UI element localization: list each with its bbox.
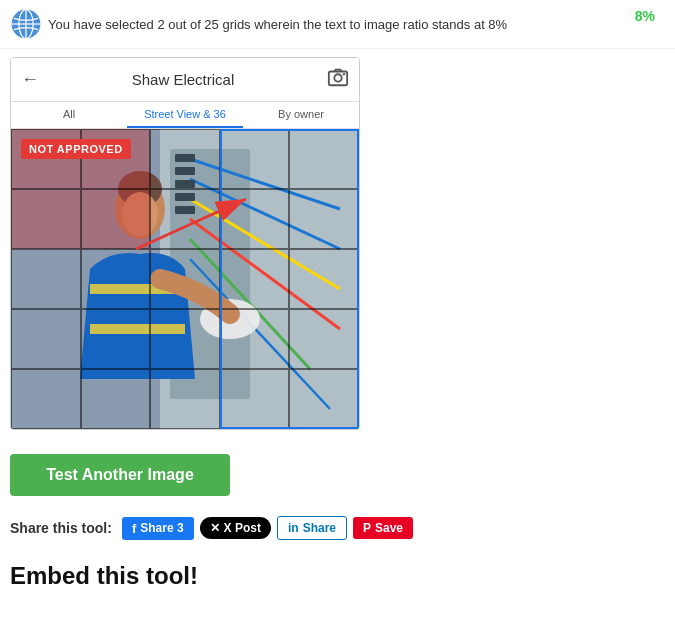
test-another-image-button[interactable]: Test Another Image — [10, 454, 230, 496]
svg-rect-20 — [175, 206, 195, 214]
facebook-share-label: Share 3 — [140, 521, 183, 535]
linkedin-share-button[interactable]: in Share — [277, 516, 347, 540]
svg-point-23 — [122, 192, 158, 236]
globe-icon — [10, 8, 42, 40]
svg-rect-19 — [175, 193, 195, 201]
pinterest-save-button[interactable]: P Save — [353, 517, 413, 539]
linkedin-share-label: Share — [303, 521, 336, 535]
test-button-container: Test Another Image — [0, 438, 675, 512]
phone-mockup: ← Shaw Electrical All Street View & 36 B… — [10, 57, 360, 430]
top-bar: You have selected 2 out of 25 grids wher… — [0, 0, 675, 49]
embed-title: Embed this tool! — [10, 562, 665, 590]
embed-section: Embed this tool! — [0, 552, 675, 600]
phone-header: ← Shaw Electrical — [11, 58, 359, 102]
worker-image: NOT APPROVED — [11, 129, 359, 429]
image-area: NOT APPROVED — [11, 129, 359, 429]
svg-point-5 — [334, 74, 341, 81]
tab-all[interactable]: All — [11, 102, 127, 128]
percentage-badge: 8% — [635, 8, 655, 24]
x-icon: ✕ — [210, 521, 220, 535]
camera-icon[interactable] — [327, 66, 349, 93]
phone-title: Shaw Electrical — [132, 71, 235, 88]
pinterest-icon: P — [363, 521, 371, 535]
phone-tabs: All Street View & 36 By owner — [11, 102, 359, 129]
back-button[interactable]: ← — [21, 69, 39, 90]
svg-rect-16 — [175, 154, 195, 162]
svg-rect-18 — [175, 180, 195, 188]
twitter-share-label: X Post — [224, 521, 261, 535]
share-label: Share this tool: — [10, 520, 112, 536]
facebook-share-button[interactable]: f Share 3 — [122, 517, 194, 540]
top-bar-message: You have selected 2 out of 25 grids wher… — [48, 17, 507, 32]
tab-by-owner[interactable]: By owner — [243, 102, 359, 128]
svg-rect-6 — [343, 73, 346, 75]
twitter-share-button[interactable]: ✕ X Post — [200, 517, 271, 539]
facebook-icon: f — [132, 521, 136, 536]
not-approved-badge: NOT APPROVED — [21, 139, 131, 159]
svg-rect-17 — [175, 167, 195, 175]
worker-svg — [11, 129, 359, 429]
share-section: Share this tool: f Share 3 ✕ X Post in S… — [0, 512, 675, 552]
pinterest-save-label: Save — [375, 521, 403, 535]
tab-street-view[interactable]: Street View & 36 — [127, 102, 243, 128]
linkedin-icon: in — [288, 521, 299, 535]
